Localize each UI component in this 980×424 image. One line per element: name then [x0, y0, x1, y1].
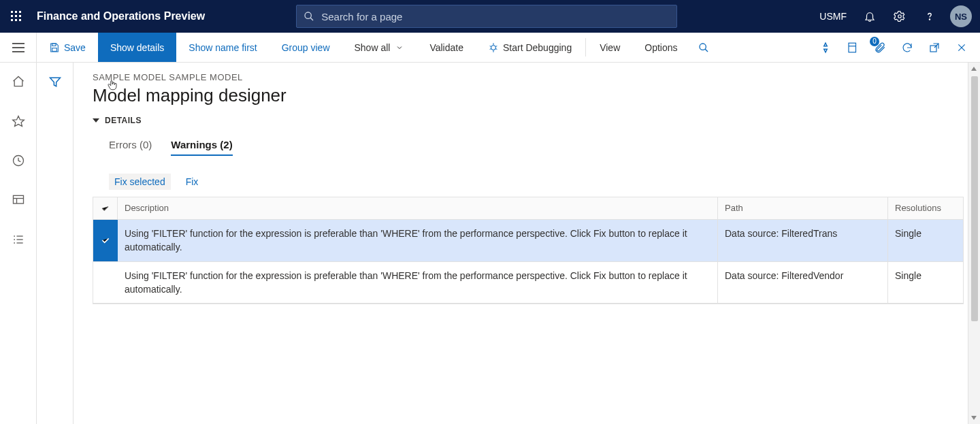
grid-header: Description Path Resolutions	[93, 197, 963, 220]
refresh-icon[interactable]	[894, 33, 920, 63]
show-name-first-label: Show name first	[189, 42, 257, 53]
row-checkbox[interactable]	[93, 262, 118, 304]
svg-marker-46	[50, 78, 60, 86]
start-debugging-button[interactable]: Start Debugging	[476, 33, 584, 62]
grid-actions: Fix selected Fix	[93, 174, 964, 190]
workspaces-icon[interactable]	[6, 188, 31, 212]
recent-icon[interactable]	[6, 148, 31, 173]
row-description: Using 'FILTER' function for the expressi…	[118, 262, 718, 304]
home-icon[interactable]	[6, 69, 31, 94]
debug-icon	[488, 42, 499, 53]
notifications-icon[interactable]	[856, 0, 883, 33]
personalize-icon[interactable]	[813, 33, 838, 63]
attachments-icon[interactable]: 0	[867, 33, 893, 63]
tab-errors[interactable]: Errors (0)	[109, 135, 152, 156]
favorites-icon[interactable]	[6, 109, 31, 133]
row-path: Data source: FilteredTrans	[718, 220, 888, 261]
grid-row[interactable]: Using 'FILTER' function for the expressi…	[93, 262, 963, 304]
svg-rect-17	[52, 48, 57, 51]
svg-line-23	[490, 48, 491, 49]
svg-marker-27	[824, 43, 828, 46]
svg-rect-6	[11, 19, 13, 21]
fix-button[interactable]: Fix	[180, 174, 204, 190]
show-details-label: Show details	[110, 42, 164, 53]
row-path: Data source: FilteredVendor	[718, 262, 888, 304]
show-all-label: Show all	[355, 42, 391, 53]
start-debugging-label: Start Debugging	[503, 42, 572, 53]
office-icon[interactable]	[840, 33, 866, 63]
group-view-label: Group view	[282, 42, 330, 53]
command-bar: Save Show details Show name first Group …	[0, 33, 980, 63]
filter-rail	[37, 63, 74, 424]
warnings-grid: Description Path Resolutions Using 'FILT…	[93, 197, 964, 304]
left-rail	[0, 63, 37, 424]
global-search-input[interactable]	[321, 11, 670, 22]
global-search[interactable]	[296, 5, 677, 28]
svg-point-9	[305, 12, 311, 18]
show-all-dropdown[interactable]: Show all	[342, 33, 418, 62]
svg-line-21	[490, 46, 491, 46]
select-all-checkbox[interactable]	[93, 197, 118, 219]
svg-point-11	[898, 15, 902, 18]
validate-label: Validate	[429, 42, 463, 53]
header-resolutions[interactable]: Resolutions	[888, 197, 963, 219]
filter-icon[interactable]	[43, 69, 67, 94]
top-nav: Finance and Operations Preview USMF NS	[0, 0, 980, 33]
row-resolutions: Single	[888, 220, 963, 261]
help-icon[interactable]	[916, 0, 943, 33]
save-button[interactable]: Save	[37, 33, 98, 62]
user-avatar[interactable]: NS	[950, 5, 972, 27]
vertical-scrollbar[interactable]	[968, 63, 980, 424]
settings-icon[interactable]	[886, 0, 913, 33]
company-code[interactable]: USMF	[813, 11, 853, 22]
row-checkbox[interactable]	[93, 220, 118, 261]
svg-rect-4	[15, 15, 17, 17]
scrollbar-thumb[interactable]	[971, 76, 978, 321]
svg-line-22	[495, 46, 497, 46]
svg-rect-5	[19, 15, 21, 17]
command-search-button[interactable]	[690, 33, 717, 62]
modules-icon[interactable]	[6, 227, 31, 252]
chevron-down-icon	[394, 42, 405, 53]
svg-line-26	[705, 49, 708, 52]
detail-tabs: Errors (0) Warnings (2)	[93, 135, 964, 156]
svg-marker-35	[12, 116, 24, 127]
view-label: View	[600, 42, 620, 53]
svg-rect-8	[19, 19, 21, 21]
svg-point-18	[491, 45, 496, 50]
show-name-first-button[interactable]: Show name first	[176, 33, 269, 62]
close-icon[interactable]	[949, 33, 975, 63]
row-resolutions: Single	[888, 262, 963, 304]
search-icon	[698, 42, 709, 53]
attachments-badge: 0	[870, 37, 879, 46]
svg-rect-2	[19, 11, 21, 13]
main-content: SAMPLE MODEL SAMPLE MODEL Model mapping …	[74, 63, 980, 424]
group-view-button[interactable]: Group view	[270, 33, 342, 62]
show-details-button[interactable]: Show details	[98, 33, 176, 62]
options-label: Options	[644, 42, 677, 53]
popout-icon[interactable]	[921, 33, 947, 63]
nav-toggle-icon[interactable]	[0, 33, 37, 62]
options-button[interactable]: Options	[632, 33, 689, 62]
divider	[585, 38, 586, 56]
page-title: Model mapping designer	[93, 85, 964, 106]
grid-row[interactable]: Using 'FILTER' function for the expressi…	[93, 220, 963, 262]
header-path[interactable]: Path	[718, 197, 888, 219]
svg-rect-29	[849, 43, 856, 52]
svg-rect-16	[52, 44, 56, 46]
brand-title: Finance and Operations Preview	[33, 10, 214, 22]
details-section-toggle[interactable]: DETAILS	[93, 116, 964, 125]
tab-warnings[interactable]: Warnings (2)	[171, 135, 232, 156]
svg-marker-28	[824, 49, 828, 52]
app-launcher-icon[interactable]	[0, 0, 33, 33]
svg-line-10	[310, 18, 313, 20]
validate-button[interactable]: Validate	[417, 33, 476, 62]
svg-rect-3	[11, 15, 13, 17]
caret-down-icon	[93, 118, 99, 123]
details-label: DETAILS	[105, 116, 142, 125]
svg-point-12	[929, 19, 930, 20]
fix-selected-button[interactable]: Fix selected	[109, 174, 171, 190]
header-description[interactable]: Description	[118, 197, 718, 219]
svg-rect-1	[15, 11, 17, 13]
view-button[interactable]: View	[587, 33, 632, 62]
